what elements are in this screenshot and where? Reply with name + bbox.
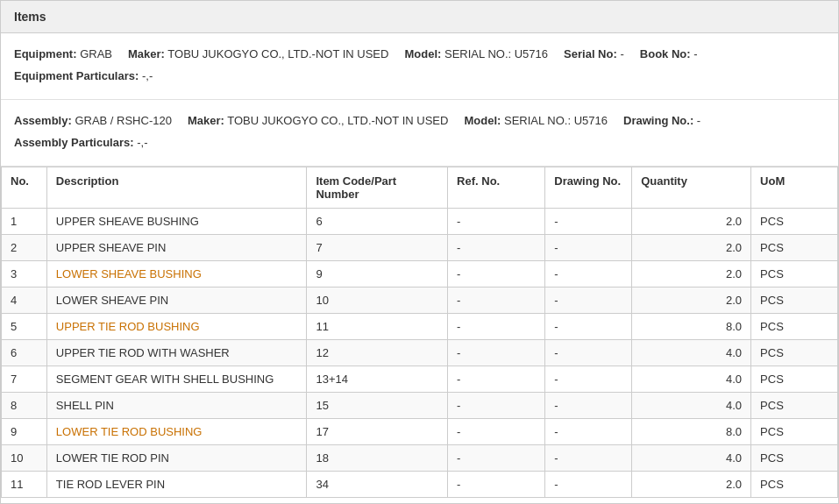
equipment-label: Equipment: xyxy=(14,47,77,60)
cell-drawing: - xyxy=(545,444,632,471)
cell-refno: - xyxy=(448,234,545,260)
cell-no: 11 xyxy=(2,471,47,497)
assembly-maker-label: Maker: xyxy=(188,114,224,127)
maker-value: TOBU JUKOGYO CO., LTD.-NOT IN USED xyxy=(167,47,388,60)
col-header-no: No. xyxy=(2,167,47,208)
cell-drawing: - xyxy=(545,313,632,339)
table-row: 9LOWER TIE ROD BUSHING17--8.0PCS xyxy=(2,418,838,444)
table-row: 6UPPER TIE ROD WITH WASHER12--4.0PCS xyxy=(2,339,838,366)
cell-refno: - xyxy=(448,287,545,313)
cell-quantity: 8.0 xyxy=(632,418,751,444)
assembly-model-value: SERIAL NO.: U5716 xyxy=(504,114,608,127)
cell-description: UPPER SHEAVE BUSHING xyxy=(46,208,307,234)
cell-refno: - xyxy=(448,339,545,366)
cell-drawing: - xyxy=(545,339,632,366)
col-header-uom: UoM xyxy=(751,167,838,208)
cell-drawing: - xyxy=(545,234,632,260)
cell-description: LOWER TIE ROD PIN xyxy=(46,444,307,471)
cell-quantity: 2.0 xyxy=(632,260,751,287)
cell-quantity: 8.0 xyxy=(632,313,751,339)
cell-uom: PCS xyxy=(751,287,838,313)
assembly-particulars-label: Assembly Particulars: xyxy=(14,136,134,149)
book-value: - xyxy=(693,47,697,60)
equipment-line-2: Equipment Particulars: -,- xyxy=(14,66,825,86)
table-row: 7SEGMENT GEAR WITH SHELL BUSHING13+14--4… xyxy=(2,366,838,392)
assembly-label: Assembly: xyxy=(14,114,72,127)
cell-quantity: 4.0 xyxy=(632,339,751,366)
cell-itemcode: 18 xyxy=(307,444,448,471)
assembly-model-label: Model: xyxy=(464,114,501,127)
table-row: 2UPPER SHEAVE PIN7--2.0PCS xyxy=(2,234,838,260)
cell-drawing: - xyxy=(545,366,632,392)
assembly-line-1: Assembly: GRAB / RSHC-120 Maker: TOBU JU… xyxy=(14,110,825,131)
cell-no: 7 xyxy=(2,366,47,392)
cell-drawing: - xyxy=(545,418,632,444)
table-row: 1UPPER SHEAVE BUSHING6--2.0PCS xyxy=(2,208,838,234)
cell-description: SHELL PIN xyxy=(46,392,307,418)
cell-uom: PCS xyxy=(751,234,838,260)
cell-quantity: 4.0 xyxy=(632,392,751,418)
cell-itemcode: 9 xyxy=(307,260,448,287)
cell-description: UPPER SHEAVE PIN xyxy=(46,234,307,260)
cell-uom: PCS xyxy=(751,313,838,339)
cell-quantity: 2.0 xyxy=(632,208,751,234)
cell-itemcode: 15 xyxy=(307,392,448,418)
cell-quantity: 4.0 xyxy=(632,444,751,471)
table-row: 3LOWER SHEAVE BUSHING9--2.0PCS xyxy=(2,260,838,287)
col-header-description: Description xyxy=(46,167,307,208)
cell-quantity: 2.0 xyxy=(632,287,751,313)
cell-refno: - xyxy=(448,392,545,418)
cell-description: LOWER TIE ROD BUSHING xyxy=(46,418,307,444)
model-value: SERIAL NO.: U5716 xyxy=(444,47,548,60)
equipment-value: GRAB xyxy=(80,47,112,60)
cell-itemcode: 17 xyxy=(307,418,448,444)
cell-description: TIE ROD LEVER PIN xyxy=(46,471,307,497)
table-row: 11TIE ROD LEVER PIN34--2.0PCS xyxy=(2,471,838,497)
cell-drawing: - xyxy=(545,260,632,287)
cell-itemcode: 11 xyxy=(307,313,448,339)
table-row: 5UPPER TIE ROD BUSHING11--8.0PCS xyxy=(2,313,838,339)
table-row: 8SHELL PIN15--4.0PCS xyxy=(2,392,838,418)
cell-refno: - xyxy=(448,418,545,444)
cell-itemcode: 12 xyxy=(307,339,448,366)
book-label: Book No: xyxy=(640,47,691,60)
assembly-line-2: Assembly Particulars: -,- xyxy=(14,132,825,153)
cell-refno: - xyxy=(448,208,545,234)
cell-itemcode: 7 xyxy=(307,234,448,260)
items-table: No. Description Item Code/Part Number Re… xyxy=(1,167,838,498)
maker-label: Maker: xyxy=(128,47,165,60)
assembly-maker-value: TOBU JUKOGYO CO., LTD.-NOT IN USED xyxy=(227,114,448,127)
particulars-label: Equipment Particulars: xyxy=(14,69,139,82)
col-header-itemcode: Item Code/Part Number xyxy=(307,167,448,208)
cell-no: 2 xyxy=(2,234,47,260)
cell-quantity: 2.0 xyxy=(632,471,751,497)
cell-drawing: - xyxy=(545,471,632,497)
equipment-line-1: Equipment: GRAB Maker: TOBU JUKOGYO CO.,… xyxy=(14,44,825,64)
cell-quantity: 2.0 xyxy=(632,234,751,260)
cell-uom: PCS xyxy=(751,418,838,444)
cell-refno: - xyxy=(448,471,545,497)
cell-no: 5 xyxy=(2,313,47,339)
cell-uom: PCS xyxy=(751,471,838,497)
particulars-value: -,- xyxy=(142,69,153,82)
page-container: Items Equipment: GRAB Maker: TOBU JUKOGY… xyxy=(0,0,839,504)
cell-description: UPPER TIE ROD BUSHING xyxy=(46,313,307,339)
cell-itemcode: 10 xyxy=(307,287,448,313)
cell-uom: PCS xyxy=(751,260,838,287)
cell-refno: - xyxy=(448,260,545,287)
cell-description: SEGMENT GEAR WITH SHELL BUSHING xyxy=(46,366,307,392)
cell-no: 4 xyxy=(2,287,47,313)
cell-uom: PCS xyxy=(751,392,838,418)
cell-no: 9 xyxy=(2,418,47,444)
cell-uom: PCS xyxy=(751,444,838,471)
cell-refno: - xyxy=(448,313,545,339)
cell-no: 1 xyxy=(2,208,47,234)
cell-description: UPPER TIE ROD WITH WASHER xyxy=(46,339,307,366)
cell-itemcode: 34 xyxy=(307,471,448,497)
equipment-info: Equipment: GRAB Maker: TOBU JUKOGYO CO.,… xyxy=(1,33,838,100)
cell-description: LOWER SHEAVE BUSHING xyxy=(46,260,307,287)
cell-no: 10 xyxy=(2,444,47,471)
cell-drawing: - xyxy=(545,392,632,418)
col-header-quantity: Quantity xyxy=(632,167,751,208)
cell-no: 3 xyxy=(2,260,47,287)
